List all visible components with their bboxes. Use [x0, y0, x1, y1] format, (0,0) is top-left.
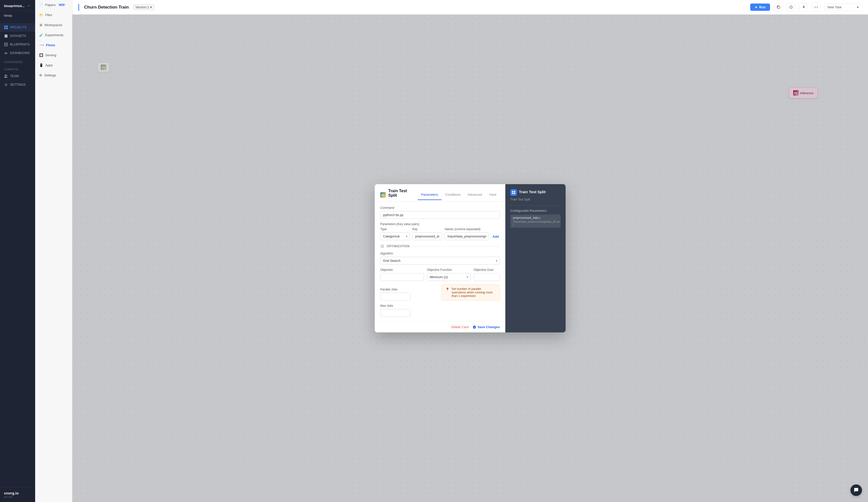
- params-row: Type Categorical Key: [380, 227, 500, 240]
- sidebar-item-settings[interactable]: SETTINGS: [0, 80, 35, 89]
- page-title: Churn Detection Train: [84, 5, 129, 10]
- tab-advanced[interactable]: Advanced: [464, 190, 486, 200]
- second-sidebar-item-settings[interactable]: ⚙ Settings: [35, 70, 72, 80]
- chat-icon: [854, 488, 859, 493]
- objective-goal-input[interactable]: [474, 273, 500, 281]
- flows-icon: ⟶: [39, 43, 44, 47]
- sidebar-section-containers: CONTAINERS: [0, 57, 35, 64]
- svg-rect-2: [4, 28, 6, 29]
- collapse-icon[interactable]: ←: [27, 3, 31, 8]
- optimization-grid: Algorithm Grid Search Random Search Baye…: [380, 252, 500, 317]
- svg-point-9: [382, 246, 383, 246]
- papers-icon: 📄: [39, 3, 43, 7]
- command-input[interactable]: [380, 211, 500, 219]
- info-text: Set number of parallel executions when r…: [452, 287, 496, 298]
- key-col: Key: [412, 227, 442, 240]
- save-changes-button[interactable]: Save Changes: [473, 325, 500, 329]
- sidebar-item-team[interactable]: TEAM: [0, 72, 35, 80]
- params-label: Parameters (Key value pairs): [380, 222, 500, 226]
- papers-label: Papers: [45, 3, 55, 7]
- run-button[interactable]: Run: [750, 3, 770, 11]
- param-chip-value: '/input/data_preprocessing/data_df.csv' …: [513, 220, 558, 226]
- grid-icon: [4, 25, 8, 29]
- code-icon: [814, 5, 818, 9]
- workspaces-label: Workspaces: [44, 23, 62, 27]
- second-sidebar-item-files[interactable]: 📁 Files: [35, 10, 72, 20]
- tab-parameters[interactable]: Parameters: [418, 190, 442, 200]
- svg-rect-14: [514, 193, 515, 194]
- sidebar-item-projects[interactable]: PROJECTS: [0, 23, 35, 32]
- papers-badge: NEW: [58, 3, 66, 7]
- type-select[interactable]: Categorical: [380, 233, 410, 240]
- parallel-jobs-input[interactable]: [380, 293, 410, 300]
- right-panel-divider: [510, 205, 561, 206]
- sidebar-item-datasets[interactable]: DATASETS: [0, 32, 35, 40]
- users-icon: [4, 74, 8, 78]
- sidebar-bottom: cnvrg.io v4.7.43: [0, 487, 35, 502]
- modal-footer: Delete Card Save Changes: [375, 321, 505, 332]
- key-input[interactable]: [412, 233, 442, 240]
- objective-function-select-wrapper: Minimum (≥) Maximum (≤): [427, 273, 471, 281]
- app-version: v4.7.43: [4, 496, 31, 499]
- second-sidebar-item-papers[interactable]: 📄 Papers NEW: [35, 0, 72, 10]
- clock-button[interactable]: [787, 3, 795, 12]
- copy-button[interactable]: [774, 3, 783, 12]
- settings-label: Settings: [44, 73, 56, 77]
- command-section: Command: [380, 206, 500, 219]
- add-param-button[interactable]: Add: [492, 233, 500, 240]
- second-sidebar-item-experiments[interactable]: 🧪 Experiments: [35, 30, 72, 40]
- parallel-jobs-section: Parallel Jobs: [380, 288, 438, 300]
- algorithm-label: Algorithm: [380, 252, 500, 255]
- modal-tabs: Parameters Conditions Advanced Yaml: [418, 190, 500, 200]
- objective-input[interactable]: [380, 273, 424, 281]
- task-selector[interactable]: New Task ▾: [824, 3, 862, 11]
- second-sidebar-item-serving[interactable]: 🔲 Serving: [35, 50, 72, 60]
- second-sidebar-item-apps[interactable]: 📱 Apps: [35, 60, 72, 70]
- save-icon: [473, 325, 476, 329]
- values-col: Values (comma separated): [445, 227, 489, 240]
- objective-function-select[interactable]: Minimum (≥) Maximum (≤): [427, 273, 471, 281]
- code-button[interactable]: [812, 3, 820, 12]
- param-chip: preprocessed_data | '/input/data_preproc…: [510, 215, 561, 228]
- chat-button[interactable]: [850, 484, 862, 496]
- tab-yaml[interactable]: Yaml: [485, 190, 500, 200]
- second-sidebar-item-workspaces[interactable]: 🖥 Workspaces: [35, 20, 72, 30]
- play-icon: [755, 6, 758, 9]
- svg-rect-13: [512, 193, 513, 194]
- values-input[interactable]: [445, 233, 489, 240]
- algorithm-section: Algorithm Grid Search Random Search Baye…: [380, 252, 500, 265]
- modal-left: Py Train Test Split Parameters Condition…: [375, 184, 505, 332]
- objective-function-section: Objective Function Minimum (≥) Maximum (…: [427, 268, 471, 281]
- objective-row: Objective Objective Function Minimum (≥)…: [380, 268, 500, 281]
- serving-icon: 🔲: [39, 53, 43, 57]
- delete-card-button[interactable]: Delete Card: [451, 325, 469, 329]
- key-label: Key: [412, 227, 442, 231]
- algorithm-select-wrapper: Grid Search Random Search Bayesian: [380, 257, 500, 265]
- tab-conditions[interactable]: Conditions: [442, 190, 464, 200]
- user-section: tanay.: [0, 11, 35, 21]
- experiments-label: Experiments: [45, 33, 63, 37]
- topbar-divider: [79, 4, 79, 11]
- config-params-label: Configurable Parameters:: [510, 209, 561, 213]
- algorithm-select[interactable]: Grid Search Random Search Bayesian: [380, 257, 500, 265]
- sidebar-item-label: TEAM: [10, 74, 19, 78]
- second-sidebar-item-flows[interactable]: ⟶ Flows: [35, 40, 72, 50]
- version-selector[interactable]: Version 1 ▾: [133, 4, 155, 10]
- bottom-logo: cnvrg.io: [4, 491, 31, 495]
- files-label: Files: [45, 13, 52, 17]
- info-banner: 📍 Set number of parallel executions when…: [442, 284, 500, 300]
- sidebar-item-label: PROJECTS: [10, 25, 27, 29]
- files-icon: 📁: [39, 13, 43, 17]
- sidebar-item-dashboard[interactable]: DASHBOARD: [0, 49, 35, 57]
- apps-label: Apps: [45, 63, 53, 67]
- objective-label: Objective: [380, 268, 424, 272]
- modal-python-icon: Py: [380, 192, 386, 198]
- task-label: New Task: [828, 5, 841, 9]
- clock-icon: [789, 5, 793, 9]
- param-chip-name: preprocessed_data |: [513, 216, 558, 219]
- sidebar-item-blueprints[interactable]: BLUEPRINTS: [0, 40, 35, 49]
- lightning-button[interactable]: [799, 3, 808, 12]
- experiments-icon: 🧪: [39, 33, 43, 37]
- max-jobs-input[interactable]: [380, 309, 410, 317]
- blueprint-icon: [4, 42, 8, 47]
